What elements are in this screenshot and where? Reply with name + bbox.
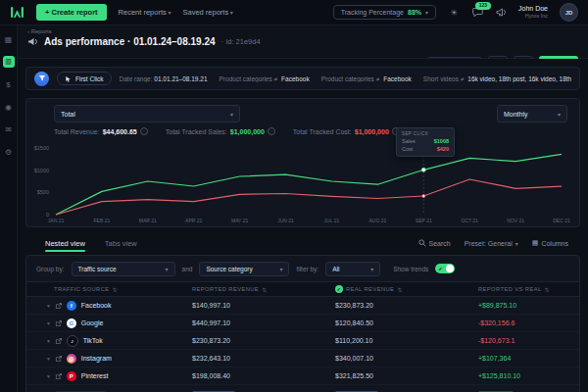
real-revenue-cell: $340,007.10 — [331, 355, 474, 362]
table-row[interactable]: ▾♪TikTok$230,873.20$110,200.10-$120,673.… — [26, 332, 579, 350]
second-group-value: Source category — [206, 266, 252, 272]
search-button[interactable]: Search — [418, 239, 451, 247]
header-real-revenue[interactable]: ✓ Real revenue — [331, 285, 474, 293]
filter-segment[interactable]: Product categories≠ Facebook — [220, 75, 310, 82]
show-trends-toggle[interactable] — [435, 264, 455, 273]
tooltip-row-value: $1008 — [434, 138, 449, 146]
reported-vs-real-cell: -$120,673.1 — [474, 337, 579, 344]
click-cursor-icon — [65, 75, 72, 82]
traffic-source-cell: ▾◎Instagram — [26, 354, 188, 364]
expand-chevron-icon[interactable]: ▾ — [47, 320, 50, 326]
tooltip-title: SEP CLICK — [402, 131, 449, 136]
filter-by-select[interactable]: All — [325, 262, 380, 276]
chart-card: Total Monthly Total Revenue:$44,600.65iT… — [25, 98, 580, 227]
filter-segment-operator: ≠ — [376, 75, 380, 82]
y-tick-label: 0 — [26, 212, 49, 218]
filter-segment[interactable]: Date range: 01.01.21–08.19.21 — [120, 75, 208, 82]
sort-icon[interactable] — [397, 286, 402, 293]
x-tick-label: JAN 21 — [48, 218, 64, 223]
sort-icon[interactable] — [112, 286, 117, 293]
reported-revenue-cell: $230,873.20 — [188, 337, 331, 344]
tracking-percentage-label: Tracking Percentage — [341, 9, 404, 16]
traffic-source-cell: ▾fFacebook — [26, 301, 188, 311]
x-tick-label: APR 21 — [185, 218, 202, 223]
x-tick-label: DEC 21 — [553, 218, 570, 223]
traffic-source-name: Google — [81, 319, 104, 326]
data-table-card: Group by: Traffic source and Source cate… — [25, 255, 580, 392]
create-report-button[interactable]: + Create report — [36, 4, 107, 21]
announcements-button[interactable] — [495, 7, 507, 19]
second-group-select[interactable]: Source category — [199, 262, 289, 276]
sidebar-item-billing[interactable]: $ — [3, 78, 15, 90]
columns-button[interactable]: ▦ Columns — [532, 239, 568, 247]
user-block[interactable]: John Doe Hyros Inc — [518, 5, 548, 21]
external-link-icon[interactable] — [55, 372, 62, 379]
table-row[interactable]: ▾◎Instagram$232,643.10$340,007.10+$107,3… — [26, 350, 579, 368]
sidebar-item-reports[interactable]: ▥ — [3, 56, 15, 68]
line-chart[interactable] — [52, 142, 565, 217]
filter-funnel-icon[interactable] — [34, 72, 49, 86]
pinterest-logo-icon: P — [67, 371, 76, 381]
table-controls: Group by: Traffic source and Source cate… — [26, 256, 579, 281]
filter-segment-label: Short videos — [423, 75, 459, 82]
external-link-icon[interactable] — [55, 302, 62, 309]
sidebar-item-dashboard[interactable]: ▦ — [3, 33, 15, 45]
real-revenue-cell: $120,840.50 — [331, 319, 474, 326]
theme-toggle-icon[interactable]: ☀ — [448, 7, 460, 19]
group-by-select[interactable]: Traffic source — [72, 262, 175, 276]
saved-reports-menu[interactable]: Saved reports — [182, 8, 232, 17]
avatar[interactable]: JD — [560, 3, 578, 22]
external-link-icon[interactable] — [55, 319, 62, 326]
expand-chevron-icon[interactable]: ▾ — [47, 356, 50, 362]
columns-label: Columns — [541, 240, 568, 247]
notifications-button[interactable]: 123 — [471, 7, 483, 19]
tab-tabs-view[interactable]: Tabs view — [105, 239, 137, 248]
page-title: Ads performance · 01.01.24–08.19.24 — [44, 36, 216, 47]
preset-label: Preset: General — [465, 240, 513, 247]
table-row[interactable]: ▾fFacebook$140,997.10$230,873.20+$89,875… — [26, 297, 579, 315]
breadcrumb[interactable]: Reports — [27, 28, 578, 34]
top-bar: + Create report Recent reports Saved rep… — [0, 0, 588, 25]
filter-segment-value: 16k video, 18th post, 16k video, 18th po… — [466, 75, 571, 82]
expand-chevron-icon[interactable]: ▾ — [47, 303, 50, 309]
tracking-percentage-dropdown[interactable]: Tracking Percentage 88% — [333, 5, 436, 20]
tooltip-row-value: $420 — [437, 146, 449, 154]
table-row[interactable]: ▾GGoogle$440,997.10$120,840.50-$320,156.… — [26, 315, 579, 332]
google-logo-icon: G — [67, 318, 76, 328]
tab-nested-view[interactable]: Nested view — [45, 239, 85, 248]
x-axis: JAN 21FEB 21MAR 21APR 21MAY 21JUN 21JUL … — [52, 218, 565, 224]
filter-segment[interactable]: Short videos≠ 16k video, 18th post, 16k … — [423, 75, 571, 82]
preset-dropdown[interactable]: Preset: General — [465, 240, 518, 247]
interval-select[interactable]: Monthly — [497, 105, 567, 122]
tooltip-row-label: Sales — [402, 138, 416, 146]
sidebar-item-tracking[interactable]: ◉ — [3, 101, 15, 113]
header-traffic-source[interactable]: Traffic source — [26, 286, 188, 293]
search-icon — [418, 239, 426, 247]
x-tick-label: OCT 21 — [461, 218, 477, 223]
sort-icon[interactable] — [545, 286, 550, 293]
traffic-source-name: TikTok — [83, 337, 103, 344]
sort-icon[interactable] — [262, 286, 267, 293]
header-reported-revenue[interactable]: Reported revenue — [188, 286, 331, 293]
group-by-label: Group by: — [36, 266, 65, 272]
info-icon[interactable]: i — [268, 127, 275, 135]
real-revenue-cell: $230,873.20 — [331, 302, 474, 309]
header-reported-vs-real[interactable]: Reported vs real — [474, 286, 579, 293]
table-row[interactable]: ▾PPinterest$198,008.40$321,825.50+$125,8… — [26, 368, 579, 385]
reported-revenue-cell: $232,643.10 — [188, 355, 331, 362]
expand-chevron-icon[interactable]: ▾ — [47, 373, 50, 379]
expand-chevron-icon[interactable]: ▾ — [47, 338, 50, 344]
stat-item: Total Revenue:$44,600.65i — [54, 127, 148, 135]
metric-select[interactable]: Total — [54, 105, 240, 122]
external-link-icon[interactable] — [55, 337, 62, 344]
instagram-logo-icon: ◎ — [67, 354, 76, 364]
y-tick-label: $1500 — [26, 145, 49, 151]
info-icon[interactable]: i — [140, 127, 148, 135]
external-link-icon[interactable] — [55, 355, 62, 362]
filter-segment[interactable]: Product categories≠ Facebook — [321, 75, 412, 82]
attribution-model-pill[interactable]: First Click — [57, 72, 112, 85]
sidebar-item-settings[interactable]: ⚙ — [3, 146, 15, 158]
sidebar-item-messages[interactable]: ✉ — [3, 123, 15, 135]
recent-reports-menu[interactable]: Recent reports — [119, 8, 172, 17]
filter-bar[interactable]: First Click Date range: 01.01.21–08.19.2… — [25, 67, 580, 90]
